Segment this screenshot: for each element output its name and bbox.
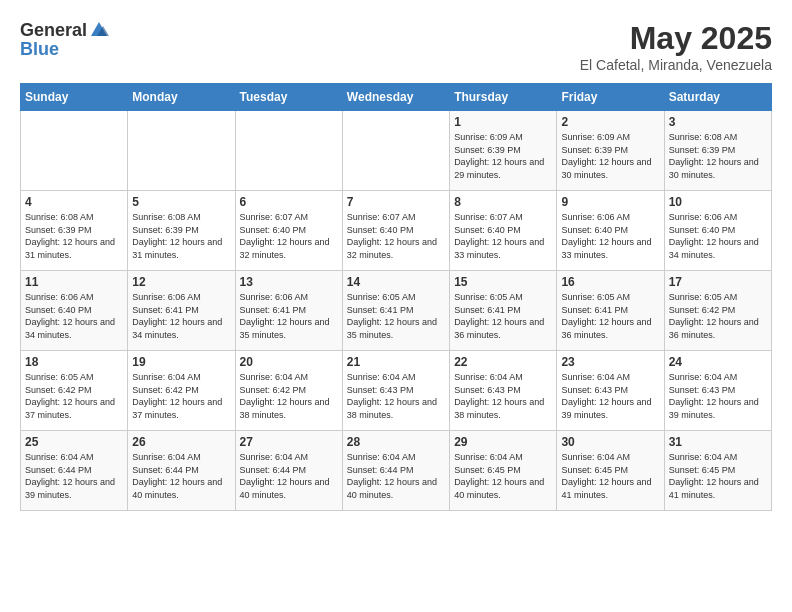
day-cell: 27Sunrise: 6:04 AM Sunset: 6:44 PM Dayli…	[235, 431, 342, 511]
weekday-header-monday: Monday	[128, 84, 235, 111]
day-number: 26	[132, 435, 230, 449]
day-number: 18	[25, 355, 123, 369]
day-number: 13	[240, 275, 338, 289]
logo: General Blue	[20, 20, 109, 59]
day-cell: 6Sunrise: 6:07 AM Sunset: 6:40 PM Daylig…	[235, 191, 342, 271]
day-info: Sunrise: 6:04 AM Sunset: 6:43 PM Dayligh…	[454, 371, 552, 421]
day-cell: 23Sunrise: 6:04 AM Sunset: 6:43 PM Dayli…	[557, 351, 664, 431]
day-cell: 29Sunrise: 6:04 AM Sunset: 6:45 PM Dayli…	[450, 431, 557, 511]
day-number: 19	[132, 355, 230, 369]
day-cell: 7Sunrise: 6:07 AM Sunset: 6:40 PM Daylig…	[342, 191, 449, 271]
day-cell	[128, 111, 235, 191]
day-number: 8	[454, 195, 552, 209]
day-cell: 21Sunrise: 6:04 AM Sunset: 6:43 PM Dayli…	[342, 351, 449, 431]
header: General Blue May 2025 El Cafetal, Mirand…	[20, 20, 772, 73]
day-cell: 18Sunrise: 6:05 AM Sunset: 6:42 PM Dayli…	[21, 351, 128, 431]
day-cell: 8Sunrise: 6:07 AM Sunset: 6:40 PM Daylig…	[450, 191, 557, 271]
day-cell: 1Sunrise: 6:09 AM Sunset: 6:39 PM Daylig…	[450, 111, 557, 191]
day-cell: 5Sunrise: 6:08 AM Sunset: 6:39 PM Daylig…	[128, 191, 235, 271]
day-number: 14	[347, 275, 445, 289]
day-info: Sunrise: 6:05 AM Sunset: 6:41 PM Dayligh…	[561, 291, 659, 341]
day-info: Sunrise: 6:07 AM Sunset: 6:40 PM Dayligh…	[347, 211, 445, 261]
day-info: Sunrise: 6:04 AM Sunset: 6:43 PM Dayligh…	[347, 371, 445, 421]
day-number: 16	[561, 275, 659, 289]
title-area: May 2025 El Cafetal, Miranda, Venezuela	[580, 20, 772, 73]
day-info: Sunrise: 6:07 AM Sunset: 6:40 PM Dayligh…	[240, 211, 338, 261]
day-cell: 25Sunrise: 6:04 AM Sunset: 6:44 PM Dayli…	[21, 431, 128, 511]
day-info: Sunrise: 6:05 AM Sunset: 6:41 PM Dayligh…	[347, 291, 445, 341]
week-row-5: 25Sunrise: 6:04 AM Sunset: 6:44 PM Dayli…	[21, 431, 772, 511]
weekday-header-row: SundayMondayTuesdayWednesdayThursdayFrid…	[21, 84, 772, 111]
day-cell: 13Sunrise: 6:06 AM Sunset: 6:41 PM Dayli…	[235, 271, 342, 351]
day-number: 29	[454, 435, 552, 449]
day-cell	[21, 111, 128, 191]
day-cell	[342, 111, 449, 191]
day-info: Sunrise: 6:05 AM Sunset: 6:41 PM Dayligh…	[454, 291, 552, 341]
day-info: Sunrise: 6:06 AM Sunset: 6:40 PM Dayligh…	[25, 291, 123, 341]
day-info: Sunrise: 6:04 AM Sunset: 6:44 PM Dayligh…	[240, 451, 338, 501]
day-info: Sunrise: 6:07 AM Sunset: 6:40 PM Dayligh…	[454, 211, 552, 261]
calendar-table: SundayMondayTuesdayWednesdayThursdayFrid…	[20, 83, 772, 511]
day-info: Sunrise: 6:04 AM Sunset: 6:45 PM Dayligh…	[669, 451, 767, 501]
day-cell: 31Sunrise: 6:04 AM Sunset: 6:45 PM Dayli…	[664, 431, 771, 511]
day-cell: 12Sunrise: 6:06 AM Sunset: 6:41 PM Dayli…	[128, 271, 235, 351]
day-number: 12	[132, 275, 230, 289]
logo-blue: Blue	[20, 39, 59, 59]
day-info: Sunrise: 6:09 AM Sunset: 6:39 PM Dayligh…	[454, 131, 552, 181]
day-cell: 24Sunrise: 6:04 AM Sunset: 6:43 PM Dayli…	[664, 351, 771, 431]
day-cell: 26Sunrise: 6:04 AM Sunset: 6:44 PM Dayli…	[128, 431, 235, 511]
logo-icon	[89, 20, 109, 40]
day-number: 25	[25, 435, 123, 449]
day-cell	[235, 111, 342, 191]
day-cell: 2Sunrise: 6:09 AM Sunset: 6:39 PM Daylig…	[557, 111, 664, 191]
day-number: 1	[454, 115, 552, 129]
day-number: 7	[347, 195, 445, 209]
day-number: 20	[240, 355, 338, 369]
day-cell: 11Sunrise: 6:06 AM Sunset: 6:40 PM Dayli…	[21, 271, 128, 351]
day-info: Sunrise: 6:05 AM Sunset: 6:42 PM Dayligh…	[25, 371, 123, 421]
day-number: 2	[561, 115, 659, 129]
day-cell: 15Sunrise: 6:05 AM Sunset: 6:41 PM Dayli…	[450, 271, 557, 351]
day-info: Sunrise: 6:04 AM Sunset: 6:44 PM Dayligh…	[132, 451, 230, 501]
day-number: 9	[561, 195, 659, 209]
day-cell: 19Sunrise: 6:04 AM Sunset: 6:42 PM Dayli…	[128, 351, 235, 431]
day-info: Sunrise: 6:06 AM Sunset: 6:40 PM Dayligh…	[669, 211, 767, 261]
day-info: Sunrise: 6:04 AM Sunset: 6:43 PM Dayligh…	[669, 371, 767, 421]
day-info: Sunrise: 6:08 AM Sunset: 6:39 PM Dayligh…	[25, 211, 123, 261]
day-cell: 30Sunrise: 6:04 AM Sunset: 6:45 PM Dayli…	[557, 431, 664, 511]
day-number: 23	[561, 355, 659, 369]
day-number: 3	[669, 115, 767, 129]
logo-general: General	[20, 21, 87, 39]
subtitle: El Cafetal, Miranda, Venezuela	[580, 57, 772, 73]
day-number: 15	[454, 275, 552, 289]
day-cell: 16Sunrise: 6:05 AM Sunset: 6:41 PM Dayli…	[557, 271, 664, 351]
day-number: 31	[669, 435, 767, 449]
week-row-4: 18Sunrise: 6:05 AM Sunset: 6:42 PM Dayli…	[21, 351, 772, 431]
day-number: 27	[240, 435, 338, 449]
day-number: 10	[669, 195, 767, 209]
day-number: 6	[240, 195, 338, 209]
day-info: Sunrise: 6:04 AM Sunset: 6:44 PM Dayligh…	[25, 451, 123, 501]
week-row-1: 1Sunrise: 6:09 AM Sunset: 6:39 PM Daylig…	[21, 111, 772, 191]
day-info: Sunrise: 6:09 AM Sunset: 6:39 PM Dayligh…	[561, 131, 659, 181]
day-cell: 20Sunrise: 6:04 AM Sunset: 6:42 PM Dayli…	[235, 351, 342, 431]
day-info: Sunrise: 6:04 AM Sunset: 6:42 PM Dayligh…	[240, 371, 338, 421]
day-info: Sunrise: 6:06 AM Sunset: 6:40 PM Dayligh…	[561, 211, 659, 261]
day-cell: 4Sunrise: 6:08 AM Sunset: 6:39 PM Daylig…	[21, 191, 128, 271]
day-number: 5	[132, 195, 230, 209]
weekday-header-wednesday: Wednesday	[342, 84, 449, 111]
day-info: Sunrise: 6:06 AM Sunset: 6:41 PM Dayligh…	[132, 291, 230, 341]
day-number: 28	[347, 435, 445, 449]
day-number: 21	[347, 355, 445, 369]
day-info: Sunrise: 6:08 AM Sunset: 6:39 PM Dayligh…	[132, 211, 230, 261]
weekday-header-saturday: Saturday	[664, 84, 771, 111]
day-cell: 28Sunrise: 6:04 AM Sunset: 6:44 PM Dayli…	[342, 431, 449, 511]
main-title: May 2025	[580, 20, 772, 57]
day-info: Sunrise: 6:06 AM Sunset: 6:41 PM Dayligh…	[240, 291, 338, 341]
week-row-2: 4Sunrise: 6:08 AM Sunset: 6:39 PM Daylig…	[21, 191, 772, 271]
day-cell: 14Sunrise: 6:05 AM Sunset: 6:41 PM Dayli…	[342, 271, 449, 351]
day-number: 11	[25, 275, 123, 289]
day-info: Sunrise: 6:08 AM Sunset: 6:39 PM Dayligh…	[669, 131, 767, 181]
day-number: 17	[669, 275, 767, 289]
day-cell: 10Sunrise: 6:06 AM Sunset: 6:40 PM Dayli…	[664, 191, 771, 271]
